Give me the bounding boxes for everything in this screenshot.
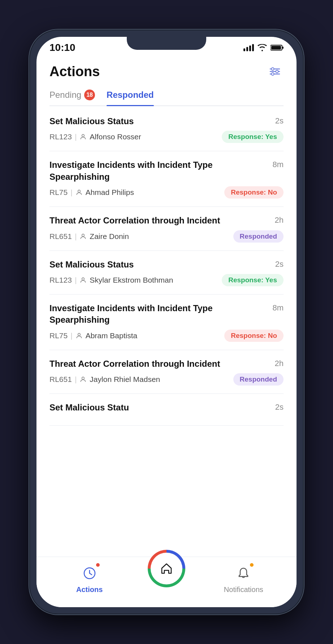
action-ref: RL123 | Skylar Ekstrom Bothman xyxy=(49,276,173,284)
tab-pending-label: Pending xyxy=(49,90,81,100)
svg-point-13 xyxy=(78,333,80,336)
phone-frame: 10:10 xyxy=(0,0,333,644)
action-item[interactable]: Set Malicious Status 2s RL123 | Alfonso … xyxy=(49,108,284,151)
content-area: Actions Pen xyxy=(36,56,297,575)
page-header: Actions xyxy=(49,56,284,86)
action-title: Threat Actor Correlation through Inciden… xyxy=(49,215,275,226)
action-item[interactable]: Set Malicious Status 2s RL123 | Skylar E… xyxy=(49,251,284,295)
action-ref: RL123 | Alfonso Rosser xyxy=(49,132,141,141)
action-meta: RL123 | Alfonso Rosser Response: Yes xyxy=(49,131,284,143)
action-user: Ahmad Philips xyxy=(86,188,134,197)
action-time: 2h xyxy=(275,358,284,368)
signal-icon xyxy=(243,44,254,51)
actions-nav-icon-wrap xyxy=(79,563,100,583)
svg-point-7 xyxy=(276,70,278,73)
response-badge: Response: Yes xyxy=(222,274,284,286)
action-meta: RL651 | Zaire Donin Responded xyxy=(49,230,284,243)
user-icon xyxy=(75,189,83,196)
response-badge: Response: Yes xyxy=(222,131,284,143)
actions-nav-badge xyxy=(95,562,100,567)
user-icon xyxy=(79,233,87,240)
phone-outer: 10:10 xyxy=(29,30,304,614)
action-user: Abram Baptista xyxy=(86,331,138,340)
bottom-nav: Actions xyxy=(36,557,297,607)
tab-responded[interactable]: Responded xyxy=(107,86,154,105)
action-ref-id: RL123 xyxy=(49,276,72,284)
action-item-header: Set Malicious Statu 2s xyxy=(49,402,284,413)
home-fab[interactable] xyxy=(148,551,185,587)
action-item[interactable]: Investigate Incidents with Incident Type… xyxy=(49,151,284,207)
page-title: Actions xyxy=(49,64,100,79)
notifications-nav-badge xyxy=(249,562,254,567)
action-item-header: Investigate Incidents with Incident Type… xyxy=(49,303,284,326)
actions-list: Set Malicious Status 2s RL123 | Alfonso … xyxy=(49,108,284,426)
nav-label-notifications: Notifications xyxy=(224,586,263,594)
user-icon xyxy=(75,332,83,339)
svg-line-17 xyxy=(90,573,92,575)
action-user: Alfonso Rosser xyxy=(90,132,141,141)
svg-rect-2 xyxy=(271,46,281,49)
tab-responded-label: Responded xyxy=(107,90,154,100)
action-user: Jaylon Rhiel Madsen xyxy=(90,375,160,384)
svg-point-14 xyxy=(82,377,85,379)
action-item[interactable]: Threat Actor Correlation through Inciden… xyxy=(49,350,284,394)
tabs-bar: Pending 18 Responded xyxy=(49,86,284,106)
action-title: Threat Actor Correlation through Inciden… xyxy=(49,358,275,370)
action-title: Investigate Incidents with Incident Type… xyxy=(49,303,272,326)
action-meta: RL651 | Jaylon Rhiel Madsen Responded xyxy=(49,373,284,386)
response-badge: Responded xyxy=(233,230,284,243)
tab-pending[interactable]: Pending 18 xyxy=(49,86,95,105)
action-item[interactable]: Investigate Incidents with Incident Type… xyxy=(49,295,284,350)
bell-icon xyxy=(237,567,250,580)
action-time: 8m xyxy=(272,303,284,313)
action-ref: RL75 | Abram Baptista xyxy=(49,331,137,340)
action-ref: RL651 | Zaire Donin xyxy=(49,232,129,241)
action-title: Investigate Incidents with Incident Type… xyxy=(49,159,272,183)
svg-point-10 xyxy=(78,190,80,193)
wifi-icon xyxy=(258,44,267,51)
action-item[interactable]: Set Malicious Statu 2s xyxy=(49,394,284,425)
action-item-header: Set Malicious Status 2s xyxy=(49,259,284,270)
tab-pending-badge: 18 xyxy=(84,90,95,100)
action-time: 2h xyxy=(275,215,284,225)
phone-notch xyxy=(127,37,206,50)
action-time: 2s xyxy=(275,116,284,126)
nav-item-actions[interactable]: Actions xyxy=(51,563,128,594)
user-icon xyxy=(79,277,87,284)
phone-screen: 10:10 xyxy=(36,37,297,607)
action-title: Set Malicious Status xyxy=(49,116,275,127)
filter-button[interactable] xyxy=(266,63,284,80)
action-item[interactable]: Threat Actor Correlation through Inciden… xyxy=(49,207,284,251)
action-meta: RL75 | Abram Baptista Response: No xyxy=(49,330,284,342)
status-icons xyxy=(243,44,284,51)
svg-point-12 xyxy=(82,278,85,280)
nav-label-actions: Actions xyxy=(76,586,103,594)
battery-icon xyxy=(271,44,284,51)
action-ref-id: RL75 xyxy=(49,331,68,340)
notifications-nav-icon-wrap xyxy=(233,563,254,583)
action-time: 2s xyxy=(275,402,284,412)
action-item-header: Threat Actor Correlation through Inciden… xyxy=(49,358,284,370)
home-icon xyxy=(159,561,174,576)
action-item-header: Threat Actor Correlation through Inciden… xyxy=(49,215,284,226)
response-badge: Response: No xyxy=(224,330,284,342)
divider: | xyxy=(70,188,72,197)
action-meta: RL75 | Ahmad Philips Response: No xyxy=(49,186,284,199)
svg-point-8 xyxy=(272,73,274,75)
user-icon xyxy=(79,376,87,383)
svg-point-11 xyxy=(82,234,85,236)
divider: | xyxy=(75,276,77,284)
action-user: Zaire Donin xyxy=(90,232,129,241)
nav-item-notifications[interactable]: Notifications xyxy=(205,563,282,594)
action-ref: RL651 | Jaylon Rhiel Madsen xyxy=(49,375,160,384)
divider: | xyxy=(70,331,72,340)
action-time: 2s xyxy=(275,259,284,269)
svg-rect-1 xyxy=(282,47,284,49)
action-user: Skylar Ekstrom Bothman xyxy=(90,276,173,284)
action-ref-id: RL651 xyxy=(49,375,72,384)
action-item-header: Set Malicious Status 2s xyxy=(49,116,284,127)
clock-icon xyxy=(83,567,96,580)
nav-item-home[interactable] xyxy=(128,551,205,587)
action-title: Set Malicious Status xyxy=(49,259,275,270)
action-ref-id: RL75 xyxy=(49,188,68,197)
